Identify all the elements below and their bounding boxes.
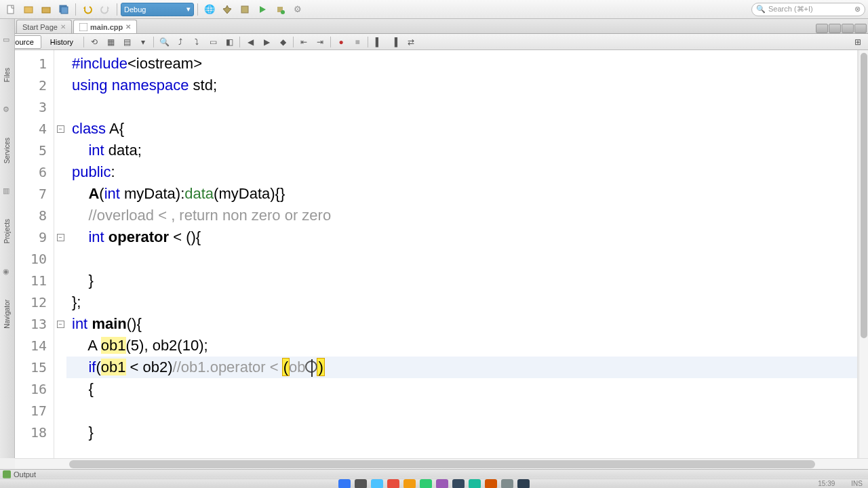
code-line[interactable]: { xyxy=(66,378,857,400)
rail-files[interactable]: Files xyxy=(3,65,11,85)
find-next-button[interactable]: ⤵ xyxy=(189,35,204,49)
new-file-button[interactable] xyxy=(3,2,19,17)
output-panel-tab[interactable]: Output xyxy=(0,469,868,479)
select-button[interactable]: ▤ xyxy=(119,35,134,49)
horizontal-scrollbar[interactable] xyxy=(15,458,868,469)
diff-button[interactable]: ▦ xyxy=(103,35,118,49)
last-edit-button[interactable]: ⟲ xyxy=(87,35,102,49)
code-area[interactable]: #include<iostream>using namespace std;cl… xyxy=(66,50,857,458)
dock-app[interactable] xyxy=(517,479,530,488)
code-line[interactable]: int operator < (){ xyxy=(66,226,857,248)
dock-app[interactable] xyxy=(485,479,497,488)
maximize-tab-button[interactable] xyxy=(842,24,854,33)
dock-app[interactable] xyxy=(371,479,383,488)
dock-app[interactable] xyxy=(403,479,416,488)
rail-navigator[interactable]: Navigator xyxy=(3,297,11,331)
dock-app[interactable] xyxy=(338,479,351,488)
scrollbar-thumb[interactable] xyxy=(861,53,867,338)
macro-stop-button[interactable]: ■ xyxy=(350,35,365,49)
globe-icon[interactable]: 🌐 xyxy=(201,2,218,17)
scrollbar-thumb[interactable] xyxy=(69,460,815,468)
build-button[interactable] xyxy=(219,2,235,17)
fold-marker[interactable]: − xyxy=(54,118,66,140)
separator xyxy=(117,3,117,16)
code-line[interactable]: } xyxy=(66,422,857,443)
fold-marker xyxy=(54,357,66,378)
code-line[interactable]: if(ob1 < ob2)//ob1.operator < (ob) xyxy=(66,357,857,378)
fold-gutter: −−− xyxy=(54,50,66,458)
code-line[interactable]: } xyxy=(66,270,857,291)
save-all-button[interactable] xyxy=(56,2,72,17)
code-line[interactable]: int main(){ xyxy=(66,313,857,335)
fold-toggle-icon[interactable]: − xyxy=(57,234,64,241)
code-line[interactable]: class A{ xyxy=(66,118,857,140)
dock-app[interactable] xyxy=(469,479,481,488)
history-tab[interactable]: History xyxy=(43,35,81,49)
toggle-bookmark-button[interactable]: ◆ xyxy=(275,35,290,49)
code-line[interactable]: A ob1(5), ob2(10); xyxy=(66,335,857,357)
goto-header-button[interactable]: ⇄ xyxy=(403,35,418,49)
projects-icon[interactable]: ▥ xyxy=(3,186,12,196)
clean-build-button[interactable] xyxy=(237,2,253,17)
dock-app[interactable] xyxy=(355,479,367,488)
tab-main-cpp[interactable]: main.cpp ✕ xyxy=(73,20,137,33)
close-icon[interactable]: ✕ xyxy=(60,23,66,30)
selector-dropdown[interactable]: ▾ xyxy=(136,35,151,49)
find-prev-button[interactable]: ⤴ xyxy=(173,35,188,49)
next-bookmark-button[interactable]: ▶ xyxy=(259,35,274,49)
close-icon[interactable]: ✕ xyxy=(125,23,131,30)
dock-app[interactable] xyxy=(436,479,448,488)
redo-button[interactable] xyxy=(97,2,113,17)
code-line[interactable] xyxy=(66,400,857,422)
line-number: 11 xyxy=(15,270,54,291)
dock-app[interactable] xyxy=(501,479,513,488)
build-config-select[interactable]: Debug ▾ xyxy=(121,3,194,16)
fold-marker[interactable]: − xyxy=(54,313,66,335)
uncomment-button[interactable]: ▐ xyxy=(387,35,402,49)
profile-button[interactable]: ⚙ xyxy=(290,2,306,17)
fold-toggle-icon[interactable]: − xyxy=(57,125,64,133)
find-button[interactable]: 🔍 xyxy=(157,35,172,49)
tab-start-page[interactable]: Start Page ✕ xyxy=(16,20,72,33)
code-line[interactable]: }; xyxy=(66,291,857,313)
code-line[interactable]: #include<iostream> xyxy=(66,53,857,75)
code-line[interactable]: //overload < , return non zero or zero xyxy=(66,205,857,226)
undo-button[interactable] xyxy=(79,2,96,17)
navigator-icon[interactable]: ◉ xyxy=(3,267,12,277)
open-button[interactable] xyxy=(38,2,54,17)
prev-tab-button[interactable] xyxy=(816,24,828,33)
code-line[interactable]: A(int myData):data(myData){} xyxy=(66,183,857,205)
code-line[interactable]: public: xyxy=(66,161,857,183)
shift-right-button[interactable]: ⇥ xyxy=(313,35,328,49)
comment-button[interactable]: ▌ xyxy=(371,35,386,49)
rail-projects[interactable]: Projects xyxy=(3,216,11,246)
find-selection-button[interactable]: ▭ xyxy=(205,35,220,49)
code-line[interactable]: using namespace std; xyxy=(66,75,857,96)
prev-bookmark-button[interactable]: ◀ xyxy=(243,35,258,49)
next-tab-button[interactable] xyxy=(829,24,841,33)
code-line[interactable] xyxy=(66,96,857,118)
files-icon[interactable]: ▭ xyxy=(3,35,12,45)
rail-services[interactable]: Services xyxy=(3,135,11,166)
pin-button[interactable]: ⊞ xyxy=(850,35,865,49)
services-icon[interactable]: ⚙ xyxy=(3,105,12,115)
dock-app[interactable] xyxy=(387,479,399,488)
shift-left-button[interactable]: ⇤ xyxy=(296,35,311,49)
run-button[interactable] xyxy=(254,2,271,17)
macro-record-button[interactable]: ● xyxy=(334,35,349,49)
debug-button[interactable] xyxy=(272,2,288,17)
dock-app[interactable] xyxy=(420,479,432,488)
close-all-button[interactable] xyxy=(854,24,867,33)
code-editor[interactable]: 123456789101112131415161718 −−− #include… xyxy=(15,50,868,458)
line-number: 5 xyxy=(15,140,54,161)
code-line[interactable]: int data; xyxy=(66,140,857,161)
code-line[interactable] xyxy=(66,248,857,270)
dock-app[interactable] xyxy=(452,479,465,488)
vertical-scrollbar[interactable] xyxy=(859,50,868,458)
fold-toggle-icon[interactable]: − xyxy=(57,321,64,328)
fold-marker[interactable]: − xyxy=(54,226,66,248)
toggle-highlight-button[interactable]: ◧ xyxy=(222,35,237,49)
new-project-button[interactable] xyxy=(20,2,37,17)
search-input[interactable]: 🔍 Search (⌘+I) ⊗ xyxy=(751,3,865,16)
clear-search-icon[interactable]: ⊗ xyxy=(854,5,861,14)
